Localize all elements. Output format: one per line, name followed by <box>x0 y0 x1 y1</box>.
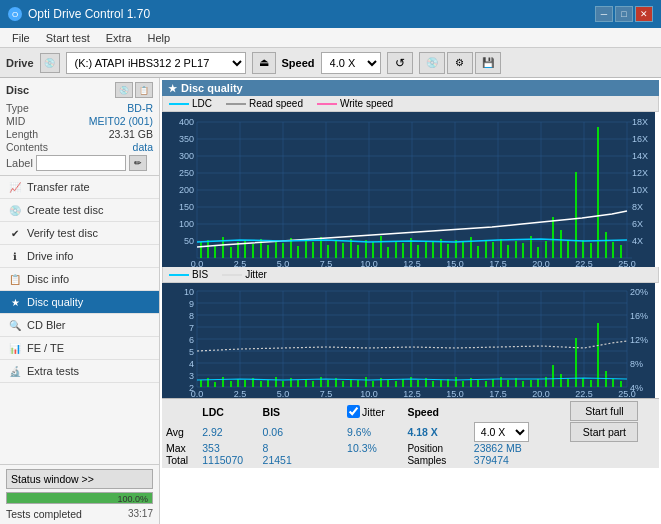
nav-drive-info-label: Drive info <box>27 250 73 262</box>
svg-rect-104 <box>620 245 622 258</box>
svg-text:14X: 14X <box>632 151 648 161</box>
eject-button[interactable]: ⏏ <box>252 52 276 74</box>
menu-help[interactable]: Help <box>139 30 178 46</box>
label-button[interactable]: ✏ <box>129 155 147 171</box>
start-part-button[interactable]: Start part <box>570 422 638 442</box>
status-window-button[interactable]: Status window >> <box>6 469 153 489</box>
nav-disc-quality[interactable]: ★ Disc quality <box>0 291 159 314</box>
close-button[interactable]: ✕ <box>635 6 653 22</box>
legend-jitter: Jitter <box>222 269 267 280</box>
speed-dropdown[interactable]: 4.0 X <box>474 422 529 442</box>
drive-select[interactable]: (K:) ATAPI iHBS312 2 PL17 <box>66 52 246 74</box>
jitter-label[interactable]: Jitter <box>347 405 407 418</box>
total-ldc: 1115070 <box>202 454 262 466</box>
speed-select[interactable]: 4.0 X <box>321 52 381 74</box>
stats-avg-row: Avg 2.92 0.06 9.6% 4.18 X 4.0 X Start pa <box>166 422 655 442</box>
disc-mid-row: MID MEIT02 (001) <box>6 115 153 127</box>
svg-rect-72 <box>380 236 382 258</box>
svg-text:8: 8 <box>189 311 194 321</box>
svg-rect-172 <box>357 380 359 387</box>
create-test-icon: 💿 <box>8 203 22 217</box>
save-button[interactable]: 💾 <box>475 52 501 74</box>
nav-transfer-rate[interactable]: 📈 Transfer rate <box>0 176 159 199</box>
max-label: Max <box>166 442 202 454</box>
settings-button[interactable]: ⚙ <box>447 52 473 74</box>
menu-start-test[interactable]: Start test <box>38 30 98 46</box>
disc-button[interactable]: 💿 <box>419 52 445 74</box>
stats-col-spacer <box>323 401 347 422</box>
nav-verify-test-disc[interactable]: ✔ Verify test disc <box>0 222 159 245</box>
svg-rect-159 <box>260 381 262 387</box>
svg-text:100: 100 <box>179 219 194 229</box>
max-empty <box>570 442 655 454</box>
svg-rect-99 <box>582 240 584 258</box>
menu-file[interactable]: File <box>4 30 38 46</box>
svg-rect-196 <box>537 379 539 387</box>
chart1-legend: LDC Read speed Write speed <box>162 96 659 112</box>
disc-quality-icon: ★ <box>8 295 22 309</box>
refresh-button[interactable]: ↺ <box>387 52 413 74</box>
label-input[interactable] <box>36 155 126 171</box>
total-jitter-empty <box>347 454 407 466</box>
svg-rect-180 <box>417 380 419 387</box>
title-bar: O Opti Drive Control 1.70 ─ □ ✕ <box>0 0 661 28</box>
svg-text:12.5: 12.5 <box>403 389 421 398</box>
nav-extra-tests[interactable]: 🔬 Extra tests <box>0 360 159 383</box>
svg-text:18X: 18X <box>632 117 648 127</box>
svg-rect-188 <box>477 380 479 387</box>
progress-text: 100.0% <box>117 493 148 504</box>
svg-rect-100 <box>590 243 592 258</box>
svg-text:8%: 8% <box>630 359 643 369</box>
svg-rect-50 <box>214 245 216 258</box>
stats-col-empty <box>166 401 202 422</box>
nav-cd-bler[interactable]: 🔍 CD Bler <box>0 314 159 337</box>
nav-disc-info-label: Disc info <box>27 273 69 285</box>
status-row: Tests completed 33:17 <box>6 506 153 520</box>
toolbar-extra: 💿 ⚙ 💾 <box>419 52 501 74</box>
status-section: Status window >> 100.0% Tests completed … <box>0 464 159 524</box>
svg-text:17.5: 17.5 <box>489 389 507 398</box>
svg-text:250: 250 <box>179 168 194 178</box>
maximize-button[interactable]: □ <box>615 6 633 22</box>
svg-rect-97 <box>567 240 569 258</box>
disc-icon-1[interactable]: 💿 <box>115 82 133 98</box>
svg-text:22.5: 22.5 <box>575 389 593 398</box>
total-spacer <box>323 454 347 466</box>
nav-disc-info[interactable]: 📋 Disc info <box>0 268 159 291</box>
svg-rect-93 <box>537 247 539 258</box>
max-ldc: 353 <box>202 442 262 454</box>
start-full-button[interactable]: Start full <box>570 401 638 421</box>
nav-create-test-disc[interactable]: 💿 Create test disc <box>0 199 159 222</box>
progress-bar: 100.0% <box>6 492 153 504</box>
stats-max-row: Max 353 8 10.3% Position 23862 MB <box>166 442 655 454</box>
svg-text:10: 10 <box>184 287 194 297</box>
app-title: Opti Drive Control 1.70 <box>28 7 150 21</box>
svg-text:50: 50 <box>184 236 194 246</box>
svg-rect-174 <box>372 381 374 387</box>
svg-rect-195 <box>530 380 532 387</box>
menu-extra[interactable]: Extra <box>98 30 140 46</box>
stats-table: LDC BIS Jitter Speed Start full <box>166 401 655 466</box>
jitter-checkbox[interactable] <box>347 405 360 418</box>
svg-rect-105 <box>162 283 655 398</box>
disc-icon-2[interactable]: 📋 <box>135 82 153 98</box>
nav-drive-info[interactable]: ℹ Drive info <box>0 245 159 268</box>
length-label: Length <box>6 128 38 140</box>
drive-info-icon: ℹ <box>8 249 22 263</box>
svg-rect-103 <box>612 242 614 258</box>
stats-col-buttons: Start full <box>570 401 655 422</box>
svg-rect-96 <box>560 230 562 258</box>
svg-text:2.5: 2.5 <box>234 389 247 398</box>
svg-rect-155 <box>230 381 232 387</box>
svg-rect-57 <box>267 245 269 258</box>
svg-rect-101 <box>597 127 599 258</box>
svg-rect-66 <box>335 241 337 258</box>
avg-speed: 4.18 X <box>407 426 437 438</box>
svg-text:20.0: 20.0 <box>532 389 550 398</box>
minimize-button[interactable]: ─ <box>595 6 613 22</box>
nav-fe-te[interactable]: 📊 FE / TE <box>0 337 159 360</box>
disc-contents-row: Contents data <box>6 141 153 153</box>
menu-bar: File Start test Extra Help <box>0 28 661 48</box>
svg-text:12.5: 12.5 <box>403 259 421 267</box>
svg-text:25.0: 25.0 <box>618 389 636 398</box>
